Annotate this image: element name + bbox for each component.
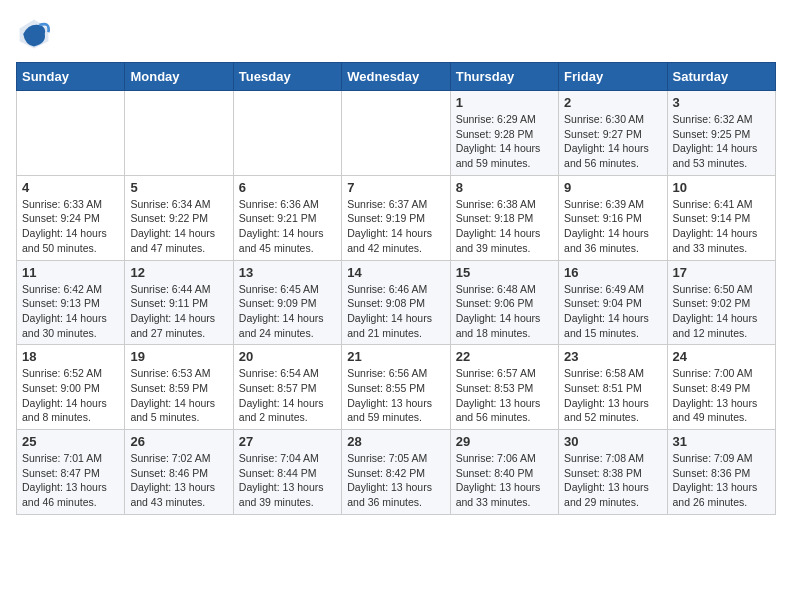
day-number: 4 — [22, 180, 119, 195]
logo-icon — [16, 16, 52, 52]
calendar-week-row: 18Sunrise: 6:52 AM Sunset: 9:00 PM Dayli… — [17, 345, 776, 430]
day-number: 3 — [673, 95, 770, 110]
calendar-cell: 20Sunrise: 6:54 AM Sunset: 8:57 PM Dayli… — [233, 345, 341, 430]
calendar-week-row: 4Sunrise: 6:33 AM Sunset: 9:24 PM Daylig… — [17, 175, 776, 260]
day-info: Sunrise: 6:33 AM Sunset: 9:24 PM Dayligh… — [22, 197, 119, 256]
calendar-cell: 15Sunrise: 6:48 AM Sunset: 9:06 PM Dayli… — [450, 260, 558, 345]
day-info: Sunrise: 6:36 AM Sunset: 9:21 PM Dayligh… — [239, 197, 336, 256]
day-info: Sunrise: 6:34 AM Sunset: 9:22 PM Dayligh… — [130, 197, 227, 256]
day-number: 1 — [456, 95, 553, 110]
day-info: Sunrise: 6:44 AM Sunset: 9:11 PM Dayligh… — [130, 282, 227, 341]
calendar-cell: 21Sunrise: 6:56 AM Sunset: 8:55 PM Dayli… — [342, 345, 450, 430]
calendar-cell — [233, 91, 341, 176]
day-number: 10 — [673, 180, 770, 195]
calendar-cell: 3Sunrise: 6:32 AM Sunset: 9:25 PM Daylig… — [667, 91, 775, 176]
day-number: 12 — [130, 265, 227, 280]
calendar-cell: 5Sunrise: 6:34 AM Sunset: 9:22 PM Daylig… — [125, 175, 233, 260]
day-info: Sunrise: 6:53 AM Sunset: 8:59 PM Dayligh… — [130, 366, 227, 425]
day-info: Sunrise: 6:48 AM Sunset: 9:06 PM Dayligh… — [456, 282, 553, 341]
day-number: 20 — [239, 349, 336, 364]
day-info: Sunrise: 6:37 AM Sunset: 9:19 PM Dayligh… — [347, 197, 444, 256]
day-info: Sunrise: 7:06 AM Sunset: 8:40 PM Dayligh… — [456, 451, 553, 510]
calendar-cell: 26Sunrise: 7:02 AM Sunset: 8:46 PM Dayli… — [125, 430, 233, 515]
day-number: 21 — [347, 349, 444, 364]
day-info: Sunrise: 6:45 AM Sunset: 9:09 PM Dayligh… — [239, 282, 336, 341]
weekday-header-sunday: Sunday — [17, 63, 125, 91]
calendar-cell: 10Sunrise: 6:41 AM Sunset: 9:14 PM Dayli… — [667, 175, 775, 260]
day-info: Sunrise: 7:02 AM Sunset: 8:46 PM Dayligh… — [130, 451, 227, 510]
weekday-header-friday: Friday — [559, 63, 667, 91]
calendar-week-row: 25Sunrise: 7:01 AM Sunset: 8:47 PM Dayli… — [17, 430, 776, 515]
day-info: Sunrise: 7:04 AM Sunset: 8:44 PM Dayligh… — [239, 451, 336, 510]
calendar-cell: 25Sunrise: 7:01 AM Sunset: 8:47 PM Dayli… — [17, 430, 125, 515]
day-number: 7 — [347, 180, 444, 195]
calendar-cell — [342, 91, 450, 176]
calendar-cell: 18Sunrise: 6:52 AM Sunset: 9:00 PM Dayli… — [17, 345, 125, 430]
calendar-cell: 14Sunrise: 6:46 AM Sunset: 9:08 PM Dayli… — [342, 260, 450, 345]
weekday-header-thursday: Thursday — [450, 63, 558, 91]
calendar-cell: 11Sunrise: 6:42 AM Sunset: 9:13 PM Dayli… — [17, 260, 125, 345]
day-info: Sunrise: 7:08 AM Sunset: 8:38 PM Dayligh… — [564, 451, 661, 510]
calendar-cell: 1Sunrise: 6:29 AM Sunset: 9:28 PM Daylig… — [450, 91, 558, 176]
day-info: Sunrise: 6:54 AM Sunset: 8:57 PM Dayligh… — [239, 366, 336, 425]
calendar-body: 1Sunrise: 6:29 AM Sunset: 9:28 PM Daylig… — [17, 91, 776, 515]
calendar-cell: 2Sunrise: 6:30 AM Sunset: 9:27 PM Daylig… — [559, 91, 667, 176]
weekday-header-wednesday: Wednesday — [342, 63, 450, 91]
day-info: Sunrise: 6:39 AM Sunset: 9:16 PM Dayligh… — [564, 197, 661, 256]
calendar-week-row: 11Sunrise: 6:42 AM Sunset: 9:13 PM Dayli… — [17, 260, 776, 345]
day-number: 18 — [22, 349, 119, 364]
calendar-cell: 8Sunrise: 6:38 AM Sunset: 9:18 PM Daylig… — [450, 175, 558, 260]
calendar-cell: 29Sunrise: 7:06 AM Sunset: 8:40 PM Dayli… — [450, 430, 558, 515]
calendar-table: SundayMondayTuesdayWednesdayThursdayFrid… — [16, 62, 776, 515]
day-number: 22 — [456, 349, 553, 364]
day-number: 8 — [456, 180, 553, 195]
day-number: 23 — [564, 349, 661, 364]
day-info: Sunrise: 6:32 AM Sunset: 9:25 PM Dayligh… — [673, 112, 770, 171]
day-info: Sunrise: 6:30 AM Sunset: 9:27 PM Dayligh… — [564, 112, 661, 171]
day-info: Sunrise: 6:52 AM Sunset: 9:00 PM Dayligh… — [22, 366, 119, 425]
day-number: 31 — [673, 434, 770, 449]
weekday-header-tuesday: Tuesday — [233, 63, 341, 91]
calendar-cell: 13Sunrise: 6:45 AM Sunset: 9:09 PM Dayli… — [233, 260, 341, 345]
calendar-cell: 12Sunrise: 6:44 AM Sunset: 9:11 PM Dayli… — [125, 260, 233, 345]
day-number: 25 — [22, 434, 119, 449]
day-info: Sunrise: 6:29 AM Sunset: 9:28 PM Dayligh… — [456, 112, 553, 171]
day-info: Sunrise: 7:01 AM Sunset: 8:47 PM Dayligh… — [22, 451, 119, 510]
day-number: 28 — [347, 434, 444, 449]
calendar-cell: 4Sunrise: 6:33 AM Sunset: 9:24 PM Daylig… — [17, 175, 125, 260]
weekday-row: SundayMondayTuesdayWednesdayThursdayFrid… — [17, 63, 776, 91]
calendar-cell: 17Sunrise: 6:50 AM Sunset: 9:02 PM Dayli… — [667, 260, 775, 345]
header — [16, 16, 776, 52]
calendar-cell: 24Sunrise: 7:00 AM Sunset: 8:49 PM Dayli… — [667, 345, 775, 430]
day-info: Sunrise: 6:56 AM Sunset: 8:55 PM Dayligh… — [347, 366, 444, 425]
calendar-week-row: 1Sunrise: 6:29 AM Sunset: 9:28 PM Daylig… — [17, 91, 776, 176]
day-number: 17 — [673, 265, 770, 280]
calendar-cell: 19Sunrise: 6:53 AM Sunset: 8:59 PM Dayli… — [125, 345, 233, 430]
weekday-header-monday: Monday — [125, 63, 233, 91]
day-number: 19 — [130, 349, 227, 364]
day-number: 9 — [564, 180, 661, 195]
day-number: 30 — [564, 434, 661, 449]
calendar-cell — [17, 91, 125, 176]
calendar-cell: 23Sunrise: 6:58 AM Sunset: 8:51 PM Dayli… — [559, 345, 667, 430]
day-number: 24 — [673, 349, 770, 364]
calendar-cell: 7Sunrise: 6:37 AM Sunset: 9:19 PM Daylig… — [342, 175, 450, 260]
calendar-cell: 16Sunrise: 6:49 AM Sunset: 9:04 PM Dayli… — [559, 260, 667, 345]
calendar-cell: 22Sunrise: 6:57 AM Sunset: 8:53 PM Dayli… — [450, 345, 558, 430]
day-info: Sunrise: 7:05 AM Sunset: 8:42 PM Dayligh… — [347, 451, 444, 510]
day-number: 16 — [564, 265, 661, 280]
calendar-cell — [125, 91, 233, 176]
calendar-cell: 27Sunrise: 7:04 AM Sunset: 8:44 PM Dayli… — [233, 430, 341, 515]
day-info: Sunrise: 7:00 AM Sunset: 8:49 PM Dayligh… — [673, 366, 770, 425]
day-number: 29 — [456, 434, 553, 449]
day-info: Sunrise: 6:58 AM Sunset: 8:51 PM Dayligh… — [564, 366, 661, 425]
day-info: Sunrise: 6:50 AM Sunset: 9:02 PM Dayligh… — [673, 282, 770, 341]
day-info: Sunrise: 6:46 AM Sunset: 9:08 PM Dayligh… — [347, 282, 444, 341]
calendar-cell: 31Sunrise: 7:09 AM Sunset: 8:36 PM Dayli… — [667, 430, 775, 515]
day-number: 2 — [564, 95, 661, 110]
day-info: Sunrise: 6:57 AM Sunset: 8:53 PM Dayligh… — [456, 366, 553, 425]
day-info: Sunrise: 7:09 AM Sunset: 8:36 PM Dayligh… — [673, 451, 770, 510]
day-info: Sunrise: 6:49 AM Sunset: 9:04 PM Dayligh… — [564, 282, 661, 341]
weekday-header-saturday: Saturday — [667, 63, 775, 91]
day-number: 5 — [130, 180, 227, 195]
